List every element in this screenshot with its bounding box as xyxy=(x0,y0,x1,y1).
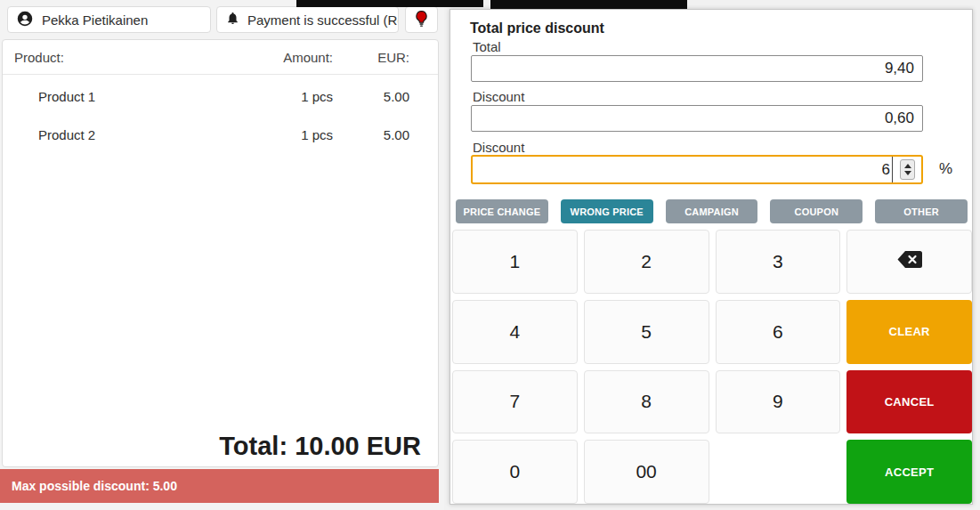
spinner-down-icon[interactable] xyxy=(904,171,911,175)
discount-percent-field-label: Discount xyxy=(473,140,524,155)
product-name: Product 2 xyxy=(38,127,248,142)
percent-unit-label: % xyxy=(939,160,952,178)
number-spinner[interactable] xyxy=(900,159,915,180)
numpad-key-0[interactable]: 0 xyxy=(452,440,578,504)
top-black-bar-left xyxy=(296,0,483,7)
numpad-key-1[interactable]: 1 xyxy=(452,230,578,294)
total-input[interactable]: 9,40 xyxy=(471,55,923,82)
numpad-key-9[interactable]: 9 xyxy=(716,370,841,434)
product-list-card: Product: Amount: EUR: Product 1 1 pcs 5.… xyxy=(2,39,439,467)
numpad-key-2[interactable]: 2 xyxy=(584,230,709,294)
product-amount: 1 pcs xyxy=(248,127,333,142)
clear-button[interactable]: CLEAR xyxy=(846,300,972,364)
numpad-key-7[interactable]: 7 xyxy=(452,370,578,434)
discount-percent-input[interactable]: 6 xyxy=(471,155,923,184)
numpad-key-3[interactable]: 3 xyxy=(716,230,841,294)
reason-campaign-button[interactable]: CAMPAIGN xyxy=(666,199,758,223)
spinner-up-icon[interactable] xyxy=(904,164,911,168)
discount-reason-buttons: PRICE CHANGE WRONG PRICE CAMPAIGN COUPON… xyxy=(456,199,968,223)
table-row[interactable]: Product 1 1 pcs 5.00 xyxy=(3,80,438,113)
product-price: 5.00 xyxy=(333,127,409,142)
numpad-key-5[interactable]: 5 xyxy=(584,300,709,364)
discount-input-value: 0,60 xyxy=(885,109,914,127)
account-icon xyxy=(17,11,33,29)
discount-field-label: Discount xyxy=(473,89,524,104)
dialog-title: Total price discount xyxy=(470,20,604,36)
max-discount-banner: Max possible discount: 5.00 xyxy=(0,469,439,503)
pos-screen: Pekka Pietikainen Payment is successful … xyxy=(0,0,980,510)
lightbulb-icon xyxy=(414,10,429,30)
reason-coupon-button[interactable]: COUPON xyxy=(770,199,863,223)
numpad-key-00[interactable]: 00 xyxy=(584,440,709,504)
numpad-key-8[interactable]: 8 xyxy=(584,370,709,434)
total-price-discount-dialog: Total price discount Total 9,40 Discount… xyxy=(450,9,973,505)
product-price: 5.00 xyxy=(333,89,409,104)
reason-other-button[interactable]: OTHER xyxy=(875,199,968,223)
column-eur: EUR: xyxy=(333,50,409,65)
user-button[interactable]: Pekka Pietikainen xyxy=(7,6,211,33)
discount-input[interactable]: 0,60 xyxy=(471,105,923,132)
bell-icon xyxy=(226,11,239,28)
discount-percent-value: 6 xyxy=(882,157,893,182)
notification-button[interactable]: Payment is successful (Rece... xyxy=(216,6,399,33)
numpad-empty-cell xyxy=(716,440,841,504)
total-field-label: Total xyxy=(473,39,501,54)
table-row[interactable]: Product 2 1 pcs 5.00 xyxy=(3,118,438,151)
numpad-key-4[interactable]: 4 xyxy=(452,300,578,364)
total-input-value: 9,40 xyxy=(885,60,914,77)
lamp-button[interactable] xyxy=(405,6,438,33)
column-product: Product: xyxy=(14,50,248,65)
accept-button[interactable]: ACCEPT xyxy=(846,440,972,504)
column-amount: Amount: xyxy=(248,50,333,65)
receipt-panel: Pekka Pietikainen Payment is successful … xyxy=(0,0,444,510)
numpad-key-6[interactable]: 6 xyxy=(716,300,841,364)
backspace-button[interactable] xyxy=(846,230,972,294)
numpad: 1 2 3 4 5 6 CLEAR 7 8 9 CANCEL 0 00 xyxy=(452,230,972,504)
product-amount: 1 pcs xyxy=(248,89,333,104)
receipt-total: Total: 10.00 EUR xyxy=(219,432,421,461)
product-name: Product 1 xyxy=(38,89,248,104)
notification-text: Payment is successful (Rece... xyxy=(247,12,399,28)
product-table-header: Product: Amount: EUR: xyxy=(3,40,438,75)
reason-price-change-button[interactable]: PRICE CHANGE xyxy=(456,199,548,223)
user-name: Pekka Pietikainen xyxy=(42,12,148,28)
reason-wrong-price-button[interactable]: WRONG PRICE xyxy=(561,199,653,223)
backspace-icon xyxy=(896,250,923,273)
top-black-bar-right xyxy=(490,0,687,9)
cancel-button[interactable]: CANCEL xyxy=(846,370,972,434)
